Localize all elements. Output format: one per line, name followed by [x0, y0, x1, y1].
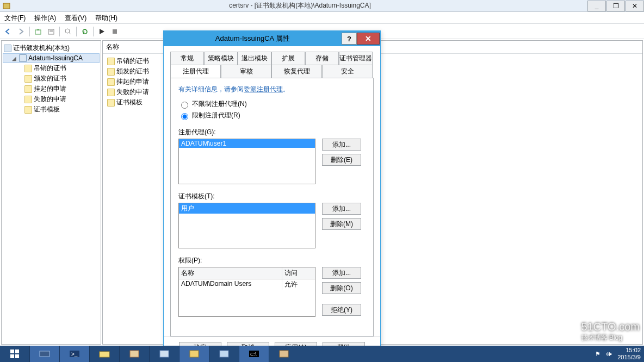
- folder-label: 颁发的证书: [34, 74, 66, 83]
- tab-audit[interactable]: 审核: [221, 65, 271, 78]
- folder-icon: [107, 89, 115, 96]
- tray-flag-icon[interactable]: ⚑: [595, 351, 600, 358]
- list-item[interactable]: 用户: [179, 203, 315, 214]
- perm-col-access[interactable]: 访问: [282, 267, 315, 279]
- tray-date: 2015/3/9: [617, 354, 641, 361]
- folder-label: 吊销的证书: [34, 64, 66, 73]
- menu-file[interactable]: 文件(F): [0, 12, 30, 24]
- system-tray[interactable]: ⚑ 🕪 15:02 2015/3/9: [592, 347, 644, 361]
- tree-folder[interactable]: 挂起的申请: [3, 84, 100, 94]
- task-mmc[interactable]: [179, 346, 209, 362]
- menu-help[interactable]: 帮助(H): [91, 12, 122, 24]
- perms-remove-button[interactable]: 删除(O): [322, 282, 361, 294]
- dialog-help-button[interactable]: ?: [342, 33, 357, 45]
- perm-access: 允许: [282, 279, 315, 290]
- svg-rect-11: [15, 354, 19, 358]
- item-label: 失败的申请: [116, 88, 149, 97]
- radio-label: 不限制注册代理(N): [192, 99, 247, 109]
- tree-ca[interactable]: ◢ Adatum-IssuingCA: [3, 53, 100, 63]
- perms-label: 权限(P):: [178, 256, 366, 265]
- run-icon[interactable]: [96, 26, 108, 38]
- window-title: certsrv - [证书颁发机构(本地)\Adatum-IssuingCA]: [13, 1, 587, 10]
- hint-link[interactable]: 委派注册代理: [244, 85, 283, 93]
- tab-enroll-agent[interactable]: 注册代理: [170, 65, 221, 78]
- radio-unrestricted-input[interactable]: [181, 102, 188, 109]
- templates-add-button[interactable]: 添加...: [322, 203, 361, 215]
- perms-add-button[interactable]: 添加...: [322, 267, 361, 279]
- taskbar: >_ C:\ ⚑ 🕪 15:02 2015/3/9: [0, 346, 644, 362]
- svg-rect-22: [280, 351, 288, 357]
- agents-remove-button[interactable]: 删除(E): [322, 154, 361, 166]
- tab-ext[interactable]: 扩展: [271, 52, 305, 65]
- close-button[interactable]: ✕: [626, 1, 644, 11]
- app-icon: [2, 2, 11, 10]
- tab-storage[interactable]: 存储: [305, 52, 339, 65]
- tree-root[interactable]: 证书颁发机构(本地): [3, 43, 100, 53]
- agents-add-button[interactable]: 添加...: [322, 139, 361, 151]
- stop-icon[interactable]: [109, 26, 121, 38]
- svg-rect-18: [190, 351, 199, 357]
- svg-rect-7: [113, 29, 117, 34]
- task-app[interactable]: [150, 346, 179, 362]
- perm-col-name[interactable]: 名称: [179, 267, 282, 279]
- minimize-button[interactable]: _: [587, 1, 606, 11]
- ca-icon: [19, 54, 27, 62]
- svg-point-5: [65, 29, 70, 33]
- menu-action[interactable]: 操作(A): [30, 12, 60, 24]
- task-powershell[interactable]: >_: [60, 346, 89, 362]
- tab-policy[interactable]: 策略模块: [204, 52, 238, 65]
- tab-content: 有关详细信息，请参阅委派注册代理。 不限制注册代理(N) 限制注册代理(R) 注…: [170, 78, 374, 336]
- tree-folder[interactable]: 颁发的证书: [3, 73, 100, 84]
- maximize-button[interactable]: ❐: [606, 1, 625, 11]
- templates-list[interactable]: 用户: [178, 203, 315, 248]
- perms-deny-button[interactable]: 拒绝(Y): [322, 304, 361, 316]
- folder-label: 挂起的申请: [34, 84, 66, 93]
- dialog-close-button[interactable]: ✕: [357, 33, 380, 45]
- expand-icon[interactable]: ◢: [12, 55, 17, 61]
- tab-recovery[interactable]: 恢复代理: [271, 65, 322, 78]
- nav-forward-icon[interactable]: [15, 26, 27, 38]
- templates-remove-button[interactable]: 删除(M): [322, 218, 361, 230]
- tree-ca-label: Adatum-IssuingCA: [28, 54, 83, 62]
- agents-list[interactable]: ADATUM\user1: [178, 139, 315, 184]
- tree-panel[interactable]: 证书颁发机构(本地) ◢ Adatum-IssuingCA 吊销的证书 颁发的证…: [1, 40, 101, 345]
- radio-restricted-input[interactable]: [181, 113, 188, 120]
- permissions-table[interactable]: 名称 访问 ADATUM\Domain Users 允许: [178, 267, 315, 317]
- agents-label: 注册代理(G):: [178, 128, 366, 137]
- tab-security[interactable]: 安全: [322, 65, 373, 78]
- folder-icon: [24, 106, 32, 114]
- task-explorer[interactable]: [90, 346, 119, 362]
- menu-view[interactable]: 查看(V): [60, 12, 91, 24]
- tree-folder[interactable]: 证书模板: [3, 104, 100, 115]
- task-app[interactable]: [120, 346, 149, 362]
- dialog-title: Adatum-IssuingCA 属性: [164, 34, 342, 43]
- dialog-titlebar[interactable]: Adatum-IssuingCA 属性 ? ✕: [164, 31, 380, 46]
- start-button[interactable]: [0, 346, 29, 362]
- tab-certmgr[interactable]: 证书管理器: [339, 52, 373, 65]
- tree-root-label: 证书颁发机构(本地): [13, 43, 70, 53]
- radio-restricted[interactable]: 限制注册代理(R): [178, 111, 366, 120]
- up-icon[interactable]: [32, 26, 44, 38]
- tab-exit[interactable]: 退出模块: [238, 52, 271, 65]
- list-item[interactable]: ADATUM\user1: [179, 139, 315, 148]
- task-app[interactable]: [209, 346, 239, 362]
- tree-folder[interactable]: 吊销的证书: [3, 63, 100, 73]
- svg-rect-17: [160, 351, 169, 357]
- refresh-icon[interactable]: [79, 26, 91, 38]
- task-app[interactable]: [269, 346, 299, 362]
- task-cmd[interactable]: C:\: [239, 346, 269, 362]
- radio-unrestricted[interactable]: 不限制注册代理(N): [178, 99, 366, 109]
- table-row[interactable]: ADATUM\Domain Users 允许: [179, 279, 315, 290]
- perm-name: ADATUM\Domain Users: [179, 279, 282, 290]
- tree-folder[interactable]: 失败的申请: [3, 94, 100, 104]
- tray-network-icon[interactable]: 🕪: [606, 351, 612, 357]
- props-icon[interactable]: [45, 26, 57, 38]
- nav-back-icon[interactable]: [2, 26, 14, 38]
- task-servermgr[interactable]: [30, 346, 59, 362]
- find-icon[interactable]: [62, 26, 74, 38]
- tab-general[interactable]: 常规: [170, 52, 204, 65]
- menubar: 文件(F) 操作(A) 查看(V) 帮助(H): [0, 12, 644, 24]
- svg-rect-8: [10, 349, 14, 353]
- ca-root-icon: [4, 45, 11, 52]
- svg-rect-12: [40, 351, 49, 357]
